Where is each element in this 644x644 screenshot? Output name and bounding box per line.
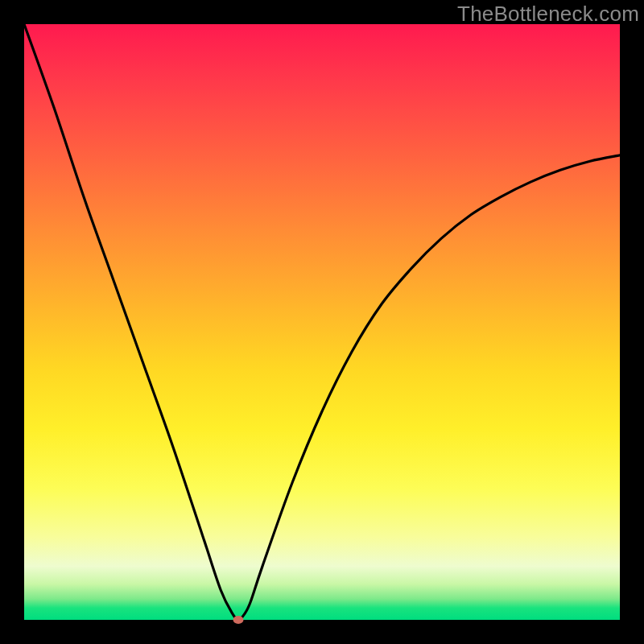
curve-svg — [24, 24, 620, 620]
watermark: TheBottleneck.com — [457, 2, 639, 27]
bottleneck-curve-path — [24, 24, 620, 620]
chart-frame: TheBottleneck.com — [0, 0, 644, 644]
minimum-marker — [233, 616, 244, 624]
plot-area — [24, 24, 620, 620]
